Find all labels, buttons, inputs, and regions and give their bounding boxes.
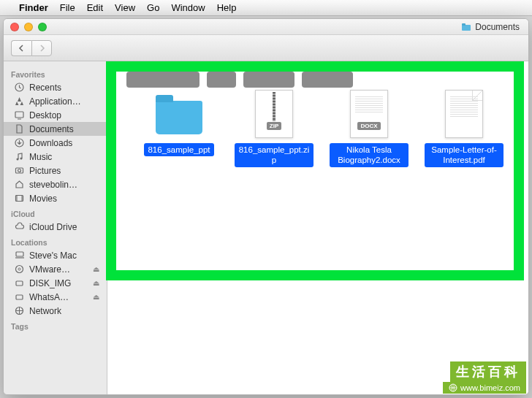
folder-icon: [153, 88, 205, 140]
svg-point-11: [16, 266, 23, 273]
section-favorites: Favorites: [4, 66, 107, 80]
drive-icon: [14, 291, 25, 302]
svg-point-8: [18, 169, 21, 172]
menubar-help[interactable]: Help: [217, 2, 237, 13]
file-item-pdf[interactable]: Sample-Letter-of-Interest.pdf: [425, 88, 503, 167]
file-item-folder[interactable]: 816_sample_ppt: [140, 88, 218, 167]
sidebar-item-vmware[interactable]: VMware… ⏏: [4, 262, 107, 276]
section-locations: Locations: [4, 234, 107, 248]
sidebar-item-disk-img[interactable]: DISK_IMG ⏏: [4, 276, 107, 290]
chevron-right-icon: [39, 45, 45, 52]
desktop-icon: [14, 110, 25, 120]
sidebar-item-label: Steve's Mac: [29, 250, 99, 261]
eject-icon[interactable]: ⏏: [93, 279, 99, 287]
sidebar-item-label: Recents: [29, 83, 99, 93]
sidebar-item-icloud-drive[interactable]: iCloud Drive: [4, 220, 107, 234]
sidebar-item-music[interactable]: Music: [4, 150, 107, 164]
svg-point-12: [18, 268, 20, 270]
sidebar-item-label: stevebolin…: [29, 180, 99, 190]
laptop-icon: [14, 250, 25, 261]
back-button[interactable]: [11, 40, 31, 56]
docx-file-icon: DOCX: [343, 88, 395, 140]
file-label: 816_sample_ppt.zip: [235, 143, 314, 167]
menubar-go[interactable]: Go: [147, 2, 159, 13]
chevron-left-icon: [18, 45, 25, 52]
sidebar-item-label: Movies: [29, 194, 99, 204]
content-area[interactable]: 816_sample_ppt ZIP 816_sample_ppt.zip: [107, 61, 528, 394]
toolbar: [4, 35, 528, 61]
globe-icon: [14, 305, 25, 316]
watermark: 生活百科 www.bimeiz.com: [443, 361, 526, 394]
eject-icon[interactable]: ⏏: [93, 265, 99, 273]
globe-icon: [449, 383, 457, 392]
system-menubar: Finder File Edit View Go Window Help: [0, 0, 532, 16]
watermark-title: 生活百科: [450, 361, 526, 382]
pdf-file-icon: [438, 88, 490, 140]
sidebar-item-recents[interactable]: Recents: [4, 80, 107, 94]
sidebar-item-pictures[interactable]: Pictures: [4, 164, 107, 177]
sidebar-item-label: VMware…: [29, 264, 88, 275]
sidebar-item-network[interactable]: Network: [4, 304, 107, 318]
sidebar-item-applications[interactable]: Application…: [4, 94, 107, 108]
close-button[interactable]: [10, 23, 19, 31]
file-item-docx[interactable]: DOCX Nikola Tesla Biography2.docx: [330, 88, 408, 167]
sidebar-item-label: Music: [29, 152, 99, 162]
clock-icon: [14, 82, 25, 93]
zoom-button[interactable]: [38, 23, 47, 31]
menubar-view[interactable]: View: [115, 2, 135, 13]
sidebar-item-steves-mac[interactable]: Steve's Mac: [4, 248, 107, 262]
eject-icon[interactable]: ⏏: [93, 293, 99, 301]
window-title: Documents: [461, 22, 528, 32]
sidebar-item-desktop[interactable]: Desktop: [4, 108, 107, 122]
minimize-button[interactable]: [24, 23, 33, 31]
sidebar-item-label: WhatsA…: [29, 292, 88, 302]
sidebar-item-label: Pictures: [29, 166, 99, 176]
sidebar-item-label: Application…: [29, 96, 99, 107]
sidebar: Favorites Recents Application… Desktop D…: [4, 61, 107, 394]
svg-rect-13: [16, 281, 23, 286]
svg-rect-0: [462, 25, 471, 31]
svg-point-5: [17, 158, 19, 161]
svg-rect-3: [15, 112, 23, 118]
svg-rect-14: [16, 295, 23, 299]
file-item-zip[interactable]: ZIP 816_sample_ppt.zip: [235, 88, 314, 167]
traffic-lights: [4, 23, 47, 31]
sidebar-item-label: iCloud Drive: [29, 222, 99, 232]
file-grid: 816_sample_ppt ZIP 816_sample_ppt.zip: [128, 76, 508, 167]
sidebar-item-movies[interactable]: Movies: [4, 191, 107, 205]
file-badge: DOCX: [357, 122, 380, 130]
nav-buttons: [11, 40, 52, 56]
home-icon: [14, 179, 25, 190]
file-label: Sample-Letter-of-Interest.pdf: [425, 143, 503, 167]
sidebar-item-label: Network: [29, 306, 99, 316]
sidebar-item-documents[interactable]: Documents: [4, 122, 107, 136]
sidebar-item-whatsapp[interactable]: WhatsA… ⏏: [4, 290, 107, 304]
window-body: Favorites Recents Application… Desktop D…: [4, 61, 528, 394]
finder-window: Documents Favorites Recents Application…: [3, 18, 529, 395]
menubar-window[interactable]: Window: [171, 2, 205, 13]
watermark-url: www.bimeiz.com: [443, 382, 526, 394]
sidebar-item-downloads[interactable]: Downloads: [4, 136, 107, 150]
titlebar[interactable]: Documents: [4, 19, 528, 35]
sidebar-item-label: DISK_IMG: [29, 278, 88, 288]
drive-icon: [14, 278, 25, 288]
forward-button[interactable]: [31, 40, 52, 56]
svg-rect-10: [16, 252, 23, 256]
cloud-icon: [14, 221, 25, 232]
sidebar-item-label: Documents: [29, 124, 99, 134]
sidebar-item-label: Downloads: [29, 138, 99, 148]
zip-file-icon: ZIP: [248, 88, 300, 140]
menubar-file[interactable]: File: [60, 2, 75, 13]
window-title-text: Documents: [475, 22, 520, 32]
file-label: Nikola Tesla Biography2.docx: [330, 143, 408, 167]
download-icon: [14, 137, 25, 148]
app-icon: [14, 96, 25, 107]
svg-point-6: [20, 158, 23, 160]
file-label: 816_sample_ppt: [144, 143, 213, 156]
sidebar-item-label: Desktop: [29, 110, 99, 120]
menubar-app-name[interactable]: Finder: [19, 2, 48, 13]
movies-icon: [14, 193, 25, 204]
menubar-edit[interactable]: Edit: [87, 2, 103, 13]
sidebar-item-home[interactable]: stevebolin…: [4, 177, 107, 191]
doc-icon: [14, 123, 25, 134]
